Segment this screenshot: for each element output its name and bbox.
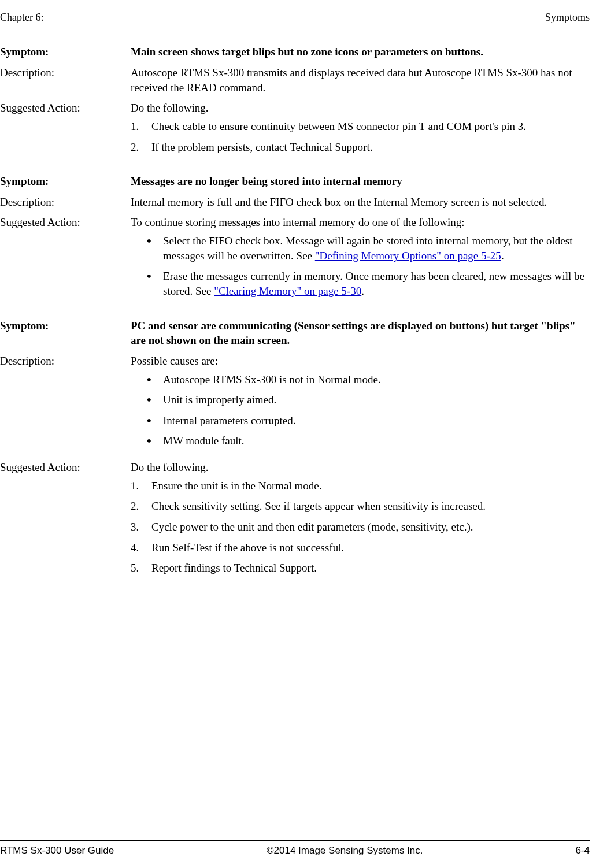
description-text: Autoscope RTMS Sx-300 transmits and disp… bbox=[131, 65, 590, 95]
footer-left: RTMS Sx-300 User Guide bbox=[0, 844, 114, 858]
action-bullets: Select the FIFO check box. Message will … bbox=[131, 233, 590, 299]
description-label: Description: bbox=[0, 195, 131, 210]
footer-center: ©2014 Image Sensing Systems Inc. bbox=[267, 844, 423, 858]
list-item: Internal parameters corrupted. bbox=[131, 413, 590, 428]
list-item: Report findings to Technical Support. bbox=[131, 561, 590, 576]
description-body: Possible causes are: Autoscope RTMS Sx-3… bbox=[131, 354, 590, 454]
symptom-row: Symptom: PC and sensor are communicating… bbox=[0, 318, 590, 348]
header-right: Symptoms bbox=[545, 10, 590, 24]
action-label: Suggested Action: bbox=[0, 460, 131, 581]
action-body: To continue storing messages into intern… bbox=[131, 215, 590, 304]
action-row: Suggested Action: To continue storing me… bbox=[0, 215, 590, 304]
list-item: Check sensitivity setting. See if target… bbox=[131, 499, 590, 514]
action-label: Suggested Action: bbox=[0, 215, 131, 304]
symptom-text: Main screen shows target blips but no zo… bbox=[131, 44, 590, 60]
description-row: Description: Autoscope RTMS Sx-300 trans… bbox=[0, 65, 590, 95]
description-label: Description: bbox=[0, 65, 131, 95]
list-item: Check cable to ensure continuity between… bbox=[131, 119, 590, 134]
bullet-tail: . bbox=[501, 250, 504, 262]
action-body: Do the following. Ensure the unit is in … bbox=[131, 460, 590, 581]
footer-right: 6-4 bbox=[575, 844, 590, 858]
action-steps: Check cable to ensure continuity between… bbox=[131, 119, 590, 154]
list-item: Autoscope RTMS Sx-300 is not in Normal m… bbox=[131, 372, 590, 387]
symptom-label: Symptom: bbox=[0, 318, 131, 348]
list-item: Select the FIFO check box. Message will … bbox=[131, 233, 590, 263]
symptom-text: PC and sensor are communicating (Sensor … bbox=[131, 318, 590, 348]
symptom-label: Symptom: bbox=[0, 44, 131, 60]
symptom-row: Symptom: Main screen shows target blips … bbox=[0, 44, 590, 60]
symptom-row: Symptom: Messages are no longer being st… bbox=[0, 174, 590, 189]
header-left: Chapter 6: bbox=[0, 10, 43, 24]
list-item: Ensure the unit is in the Normal mode. bbox=[131, 478, 590, 494]
action-row: Suggested Action: Do the following. Chec… bbox=[0, 101, 590, 160]
action-row: Suggested Action: Do the following. Ensu… bbox=[0, 460, 590, 581]
list-item: Erase the messages currently in memory. … bbox=[131, 269, 590, 298]
action-intro: Do the following. bbox=[131, 460, 590, 475]
action-steps: Ensure the unit is in the Normal mode. C… bbox=[131, 478, 590, 576]
description-row: Description: Possible causes are: Autosc… bbox=[0, 354, 590, 454]
description-label: Description: bbox=[0, 354, 131, 454]
action-label: Suggested Action: bbox=[0, 101, 131, 160]
action-intro: Do the following. bbox=[131, 101, 590, 116]
desc-intro: Possible causes are: bbox=[131, 354, 590, 369]
list-item: MW module fault. bbox=[131, 433, 590, 448]
page-content: Symptom: Main screen shows target blips … bbox=[0, 44, 590, 581]
description-text: Internal memory is full and the FIFO che… bbox=[131, 195, 590, 210]
symptom-label: Symptom: bbox=[0, 174, 131, 189]
symptom-text: Messages are no longer being stored into… bbox=[131, 174, 590, 189]
xref-link[interactable]: "Defining Memory Options" on page 5-25 bbox=[315, 250, 501, 262]
list-item: Unit is improperly aimed. bbox=[131, 392, 590, 407]
description-row: Description: Internal memory is full and… bbox=[0, 195, 590, 210]
list-item: If the problem persists, contact Technic… bbox=[131, 140, 590, 155]
xref-link[interactable]: "Clearing Memory" on page 5-30 bbox=[214, 285, 361, 297]
bullet-tail: . bbox=[361, 285, 364, 297]
action-intro: To continue storing messages into intern… bbox=[131, 215, 590, 230]
page-header: Chapter 6: Symptoms bbox=[0, 10, 590, 27]
action-body: Do the following. Check cable to ensure … bbox=[131, 101, 590, 160]
list-item: Cycle power to the unit and then edit pa… bbox=[131, 520, 590, 535]
list-item: Run Self-Test if the above is not succes… bbox=[131, 540, 590, 555]
page-footer: RTMS Sx-300 User Guide ©2014 Image Sensi… bbox=[0, 840, 590, 858]
cause-bullets: Autoscope RTMS Sx-300 is not in Normal m… bbox=[131, 372, 590, 449]
